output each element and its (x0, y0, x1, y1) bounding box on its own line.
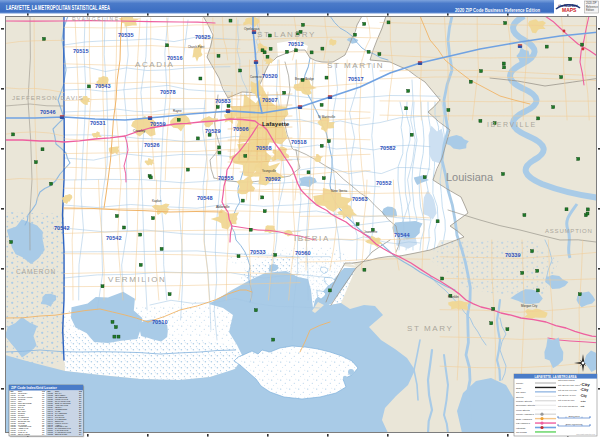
svg-text:70520: 70520 (262, 73, 278, 79)
svg-text:Louisiana: Louisiana (446, 171, 494, 183)
svg-text:Scale Kilometers: Scale Kilometers (566, 423, 583, 425)
svg-text:70578: 70578 (160, 89, 176, 95)
svg-text:Primary Streets: Primary Streets (516, 400, 533, 402)
svg-text:County Highways: County Highways (516, 413, 535, 415)
svg-text:70555: 70555 (218, 175, 234, 181)
svg-text:ST MARY: ST MARY (407, 324, 453, 333)
svg-text:·City: ·City (580, 400, 586, 403)
svg-text:·City: ·City (580, 382, 590, 387)
svg-text:Crowley: Crowley (133, 129, 146, 133)
svg-text:Copyright MarketMAPS: Copyright MarketMAPS (576, 433, 596, 435)
svg-text:Jeanerette: Jeanerette (364, 230, 378, 234)
svg-text:70583: 70583 (215, 98, 231, 104)
svg-text:IBERVILLE: IBERVILLE (487, 121, 537, 128)
svg-text:VERMILION: VERMILION (108, 275, 166, 284)
svg-text:70525: 70525 (195, 34, 211, 40)
svg-text:Church Point: Church Point (188, 45, 204, 49)
svg-text:Morgan City: Morgan City (521, 304, 538, 308)
svg-text:Edition: Edition (586, 8, 594, 12)
svg-text:Toll Roads: Toll Roads (516, 431, 528, 433)
svg-text:LAFAYETTE, LA METROPOLITAN STA: LAFAYETTE, LA METROPOLITAN STATISTICAL A… (6, 4, 110, 12)
svg-text:New Iberia: New Iberia (331, 189, 347, 193)
svg-text:Cities and Towns: Cities and Towns (558, 379, 575, 381)
svg-text:Scale Miles: Scale Miles (568, 415, 580, 417)
svg-text:ST MARTIN: ST MARTIN (327, 61, 384, 70)
svg-text:70559: 70559 (150, 121, 166, 127)
svg-text:ASSUMPTION: ASSUMPTION (545, 228, 593, 234)
svg-text:Lafayette: Lafayette (262, 120, 290, 127)
svg-text:Secondary Streets: Secondary Streets (516, 404, 536, 406)
svg-text:State Highways: State Highways (516, 418, 533, 420)
svg-text:70563: 70563 (352, 196, 368, 202)
svg-text:Breaux Bridge: Breaux Bridge (295, 77, 314, 81)
svg-text:70518: 70518 (291, 139, 307, 145)
svg-text:70531: 70531 (11, 433, 16, 435)
svg-text:·City: ·City (580, 394, 587, 398)
svg-text:70517: 70517 (348, 76, 364, 82)
svg-text:70542: 70542 (54, 225, 70, 231)
svg-text:2020 ZIP: 2020 ZIP (586, 1, 597, 5)
svg-text:Kaplan: Kaplan (152, 199, 162, 203)
svg-text:Abbeville: Abbeville (216, 205, 230, 209)
svg-text:Carencro: Carencro (250, 75, 262, 79)
svg-text:70515: 70515 (73, 48, 89, 54)
svg-text:ACADIA: ACADIA (135, 60, 174, 69)
svg-text:Interstate: Interstate (516, 427, 526, 429)
svg-text:70552: 70552 (376, 180, 392, 186)
svg-text:LAFAYETTE, LA METRO AREA: LAFAYETTE, LA METRO AREA (534, 375, 577, 379)
svg-text:CAMERON: CAMERON (16, 268, 56, 275)
svg-text:70507: 70507 (262, 97, 278, 103)
svg-text:St Martinville: St Martinville (318, 115, 336, 119)
svg-text:70506: 70506 (233, 126, 249, 132)
svg-text:BELLE RIVER: BELLE RIVER (55, 433, 68, 435)
svg-text:Streets: Streets (516, 396, 524, 398)
svg-text:Minor Streets: Minor Streets (516, 409, 531, 411)
svg-text:70535: 70535 (118, 32, 134, 38)
svg-text:70508: 70508 (256, 145, 272, 151)
svg-text:70544: 70544 (394, 232, 410, 238)
svg-text:70533: 70533 (250, 249, 266, 255)
svg-text:ZIP Code: ZIP Code (516, 391, 526, 393)
svg-text:JEFFERSON DAVIS: JEFFERSON DAVIS (12, 94, 84, 101)
svg-text:70526: 70526 (144, 142, 160, 148)
svg-text:US Highways: US Highways (516, 422, 531, 424)
svg-text:Rayne: Rayne (173, 109, 182, 113)
svg-text:70592: 70592 (265, 176, 281, 182)
svg-text:70542: 70542 (106, 235, 122, 241)
svg-text:Reference: Reference (586, 5, 599, 9)
svg-text:IBERIA: IBERIA (294, 234, 330, 243)
svg-text:MAPS: MAPS (562, 7, 577, 13)
svg-text:DELCAMBRE: DELCAMBRE (18, 433, 31, 435)
svg-text:70546: 70546 (40, 109, 56, 115)
svg-text:State: State (516, 387, 522, 389)
svg-text:70531: 70531 (90, 120, 106, 126)
svg-text:·City: ·City (580, 388, 589, 392)
svg-text:ST LANDRY: ST LANDRY (257, 30, 316, 39)
svg-text:70560: 70560 (295, 250, 311, 256)
svg-text:Opelousas: Opelousas (244, 27, 260, 31)
svg-text:70553: 70553 (48, 433, 53, 435)
svg-text:70582: 70582 (380, 145, 396, 151)
svg-text:Franklin: Franklin (448, 295, 459, 299)
svg-text:70512: 70512 (288, 41, 304, 47)
svg-text:County: County (516, 382, 524, 384)
svg-text:C4: C4 (42, 433, 44, 435)
svg-text:2020 ZIP Code Business Referen: 2020 ZIP Code Business Reference Edition (455, 8, 540, 13)
svg-text:70339: 70339 (505, 252, 521, 258)
svg-text:E4: E4 (79, 433, 81, 435)
svg-text:70543: 70543 (95, 83, 111, 89)
svg-text:70529: 70529 (205, 128, 221, 134)
svg-text:70548: 70548 (197, 195, 213, 201)
svg-text:70510: 70510 (152, 319, 168, 325)
svg-text:Youngsville: Youngsville (262, 169, 276, 173)
